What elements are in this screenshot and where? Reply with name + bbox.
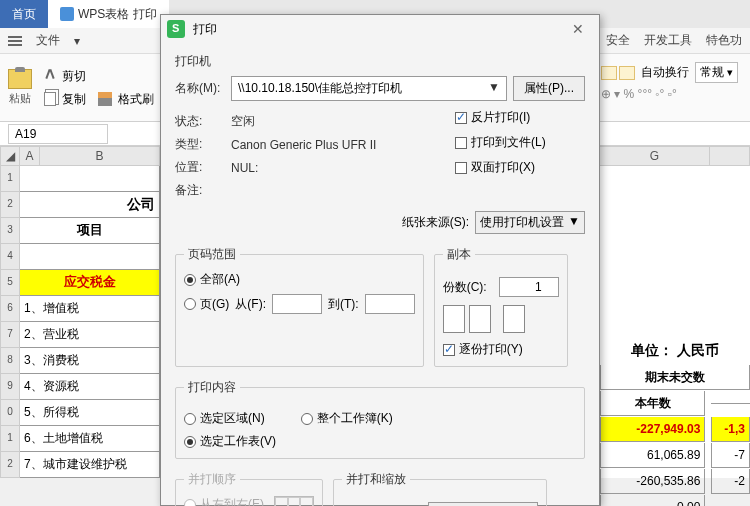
app-icon	[167, 20, 185, 38]
cell-row[interactable]: 5、所得税	[20, 400, 160, 426]
range-all-radio[interactable]: 全部(A)	[184, 271, 415, 288]
col-header-a[interactable]: A	[20, 146, 40, 166]
duplex-checkbox[interactable]: 双面打印(X)	[455, 159, 585, 176]
tab-home[interactable]: 首页	[0, 0, 48, 28]
printer-location: NUL:	[231, 161, 258, 175]
select-all-corner[interactable]: ◢	[0, 146, 20, 166]
close-icon[interactable]: ✕	[563, 21, 593, 37]
copy-icon	[44, 92, 56, 106]
dropdown-icon: ▾	[74, 34, 80, 48]
cell-value[interactable]: 0.00	[600, 495, 705, 507]
cell-row[interactable]: 4、资源税	[20, 374, 160, 400]
cut-icon	[44, 69, 56, 83]
menu-file[interactable]: 文件	[36, 32, 60, 49]
page-from-input[interactable]	[272, 294, 322, 314]
copies-group: 副本 份数(C): 逐份打印(Y)	[434, 246, 568, 367]
cell-value[interactable]: 61,065.89	[600, 443, 705, 468]
cell-header-blank[interactable]	[20, 244, 160, 270]
paste-button[interactable]: 粘贴	[9, 91, 31, 106]
print-dialog: 打印 ✕ 打印机 名称(M): \\10.10.18.150\佳能总控打印机▼ …	[160, 14, 600, 506]
scale-group: 并打和缩放 每页的版数(H):1 版▼ 按纸型缩放(Z):无缩放▼ 并打时绘制分…	[333, 471, 547, 506]
menu-features[interactable]: 特色功	[706, 32, 742, 49]
printer-select[interactable]: \\10.10.18.150\佳能总控打印机▼	[231, 76, 507, 101]
workbook-radio[interactable]: 整个工作簿(K)	[301, 410, 393, 427]
cell[interactable]	[20, 166, 160, 192]
paper-source-select[interactable]: 使用打印机设置▼	[475, 211, 585, 234]
page-to-input[interactable]	[365, 294, 415, 314]
dialog-title: 打印	[193, 21, 217, 38]
format-painter-button[interactable]: 格式刷	[98, 91, 154, 108]
cell-row[interactable]: 2、营业税	[20, 322, 160, 348]
cell-value[interactable]: -227,949.03	[600, 417, 705, 442]
menu-icon[interactable]	[8, 36, 22, 46]
format-select[interactable]: 常规 ▾	[695, 62, 738, 83]
cell-value[interactable]: -260,535.86	[600, 469, 705, 494]
cell-header[interactable]: 项目	[20, 218, 160, 244]
cell-unit[interactable]: 单位： 人民币	[600, 338, 750, 364]
properties-button[interactable]: 属性(P)...	[513, 76, 585, 101]
cell-row[interactable]: 1、增值税	[20, 296, 160, 322]
tab-file[interactable]: WPS表格 打印	[48, 0, 169, 28]
printer-name-label: 名称(M):	[175, 80, 225, 97]
cell-year-header[interactable]: 本年数	[600, 391, 705, 416]
copies-input[interactable]	[499, 277, 559, 297]
order-preview-icon	[274, 496, 314, 506]
worksheet-radio[interactable]: 选定工作表(V)	[184, 433, 576, 450]
indent-icons[interactable]	[601, 66, 635, 80]
reverse-print-checkbox[interactable]: 反片打印(I)	[455, 109, 585, 126]
order-lr-radio: 从左到右(E)	[184, 496, 264, 506]
cut-button[interactable]: 剪切	[44, 68, 86, 85]
cell-row[interactable]: 3、消费税	[20, 348, 160, 374]
printer-status: 空闲	[231, 113, 255, 130]
menu-security[interactable]: 安全	[606, 32, 630, 49]
cell-row[interactable]: 7、城市建设维护税	[20, 452, 160, 478]
cell-reference-input[interactable]	[8, 124, 108, 144]
range-pages-radio[interactable]: 页(G)	[184, 296, 229, 313]
collate-checkbox[interactable]: 逐份打印(Y)	[443, 341, 559, 358]
paste-icon[interactable]	[8, 69, 32, 89]
printer-section-label: 打印机	[175, 53, 585, 70]
pages-per-sheet-select[interactable]: 1 版▼	[428, 502, 538, 506]
chevron-down-icon: ▼	[488, 80, 500, 97]
menu-devtools[interactable]: 开发工具	[644, 32, 692, 49]
print-to-file-checkbox[interactable]: 打印到文件(L)	[455, 134, 585, 151]
cell-tax[interactable]: 应交税金	[20, 270, 160, 296]
collate-preview-icon	[443, 305, 559, 333]
print-content-group: 打印内容 选定区域(N) 整个工作簿(K) 选定工作表(V)	[175, 379, 585, 459]
col-header-b[interactable]: B	[40, 146, 160, 166]
page-range-group: 页码范围 全部(A) 页(G) 从(F): 到(T):	[175, 246, 424, 367]
cell-title[interactable]: 公司	[20, 192, 160, 218]
wps-icon	[60, 7, 74, 21]
copy-button[interactable]: 复制	[44, 91, 86, 108]
wrap-text-button[interactable]: 自动换行	[641, 64, 689, 81]
print-order-group: 并打顺序 从左到右(E) 从上到下(B) 重复(R)	[175, 471, 323, 506]
cell-row[interactable]: 6、土地增值税	[20, 426, 160, 452]
col-header-g[interactable]: G	[600, 146, 710, 166]
brush-icon	[98, 92, 112, 106]
printer-type: Canon Generic Plus UFR II	[231, 138, 376, 152]
cell-subheader[interactable]: 期末未交数	[600, 365, 750, 390]
selection-radio[interactable]: 选定区域(N)	[184, 410, 265, 427]
paper-source-label: 纸张来源(S):	[402, 214, 469, 231]
